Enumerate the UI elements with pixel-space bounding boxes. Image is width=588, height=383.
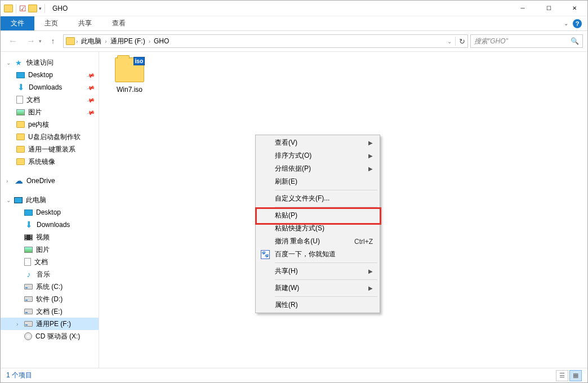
tree-label: 文档 bbox=[34, 257, 48, 267]
tree-onedrive[interactable]: ›☁ OneDrive bbox=[1, 175, 99, 187]
up-button[interactable]: ↑ bbox=[45, 33, 61, 49]
tree-label: 通用PE (F:) bbox=[36, 319, 71, 329]
forward-button[interactable]: → bbox=[23, 33, 39, 49]
tree-item[interactable]: 通用一键重装系 bbox=[1, 143, 99, 155]
tree-item[interactable]: ⬇Downloads📌 bbox=[1, 81, 99, 93]
address-bar[interactable]: › 此电脑 › 通用PE (F:) › GHO ⌄ ↻ bbox=[63, 34, 468, 48]
history-dropdown-icon[interactable]: ▾ bbox=[39, 38, 42, 44]
tree-item[interactable]: 文档📌 bbox=[1, 93, 99, 106]
drive-icon bbox=[24, 321, 33, 327]
titlebar: ☑ ▾ GHO ─ ☐ ✕ bbox=[1, 1, 587, 16]
tree-item[interactable]: ⬇Downloads bbox=[1, 219, 99, 231]
tree-item[interactable]: U盘启动盘制作软 bbox=[1, 131, 99, 143]
context-menu-item[interactable]: 查看(V)▶ bbox=[257, 136, 378, 149]
maximize-button[interactable]: ☐ bbox=[536, 1, 562, 16]
context-menu-label: 新建(W) bbox=[275, 283, 299, 293]
tree-item[interactable]: 图片 bbox=[1, 243, 99, 256]
tree-this-pc[interactable]: ⌄ 此电脑 bbox=[1, 194, 99, 206]
back-button[interactable]: ← bbox=[5, 33, 21, 49]
icons-view-button[interactable]: ▦ bbox=[569, 370, 582, 381]
search-placeholder: 搜索"GHO" bbox=[474, 37, 571, 46]
folder-icon bbox=[16, 146, 25, 153]
minimize-button[interactable]: ─ bbox=[510, 1, 536, 16]
ribbon-expand-icon[interactable]: ⌄ bbox=[564, 20, 568, 26]
context-menu-item[interactable]: 粘贴(P) bbox=[257, 209, 378, 222]
ribbon-tab-view[interactable]: 查看 bbox=[102, 16, 136, 30]
ribbon-file-tab[interactable]: 文件 bbox=[1, 16, 34, 30]
tree-label: OneDrive bbox=[26, 177, 55, 185]
tree-item[interactable]: 视频 bbox=[1, 231, 99, 243]
folder-icon bbox=[16, 133, 25, 140]
folder-icon bbox=[66, 37, 75, 45]
tree-item[interactable]: ›通用PE (F:) bbox=[1, 318, 99, 330]
details-view-button[interactable]: ☰ bbox=[556, 370, 568, 381]
tree-label: CD 驱动器 (X:) bbox=[35, 332, 80, 341]
ribbon: 文件 主页 共享 查看 ⌄ ? bbox=[1, 16, 587, 31]
music-icon: ♪ bbox=[24, 270, 33, 279]
tree-label: 图片 bbox=[36, 245, 50, 255]
tree-item[interactable]: pe内核 bbox=[1, 118, 99, 131]
context-menu-item[interactable]: 共享(H)▶ bbox=[257, 265, 378, 278]
address-row: ← → ▾ ↑ › 此电脑 › 通用PE (F:) › GHO ⌄ ↻ 搜索"G… bbox=[1, 31, 587, 51]
picture-icon bbox=[24, 247, 33, 253]
context-menu-label: 粘贴(P) bbox=[275, 211, 297, 220]
tree-item[interactable]: CD 驱动器 (X:) bbox=[1, 330, 99, 342]
tree-item[interactable]: ♪音乐 bbox=[1, 268, 99, 280]
tree-item[interactable]: 系统镜像 bbox=[1, 155, 99, 168]
star-icon: ★ bbox=[14, 58, 23, 67]
context-menu-item[interactable]: 刷新(E) bbox=[257, 175, 378, 188]
context-menu-item[interactable]: 🐾百度一下，你就知道 bbox=[257, 248, 378, 261]
tree-label: 快速访问 bbox=[26, 58, 54, 68]
ribbon-tab-home[interactable]: 主页 bbox=[34, 16, 68, 30]
tree-label: 软件 (D:) bbox=[36, 295, 63, 304]
tree-item[interactable]: Desktop📌 bbox=[1, 69, 99, 81]
nav-tree[interactable]: ⌄★ 快速访问 Desktop📌⬇Downloads📌文档📌图片📌pe内核U盘启… bbox=[1, 52, 99, 368]
search-input[interactable]: 搜索"GHO" 🔍 bbox=[470, 34, 583, 48]
folder-icon[interactable] bbox=[28, 5, 37, 12]
context-menu-item[interactable]: 排序方式(O)▶ bbox=[257, 149, 378, 162]
context-menu-label: 排序方式(O) bbox=[275, 151, 311, 161]
close-button[interactable]: ✕ bbox=[562, 1, 587, 16]
context-menu-item[interactable]: 新建(W)▶ bbox=[257, 282, 378, 295]
drive-icon bbox=[24, 284, 33, 290]
tree-quick-access[interactable]: ⌄★ 快速访问 bbox=[1, 56, 99, 69]
tree-item[interactable]: 文档 (E:) bbox=[1, 305, 99, 318]
status-bar: 1 个项目 ☰ ▦ bbox=[1, 368, 587, 382]
tree-item[interactable]: 系统 (C:) bbox=[1, 280, 99, 293]
shortcut-label: Ctrl+Z bbox=[354, 238, 373, 246]
context-menu-item[interactable]: 撤消 重命名(U)Ctrl+Z bbox=[257, 235, 378, 248]
tree-label: 此电脑 bbox=[26, 195, 46, 205]
tree-label: pe内核 bbox=[28, 120, 49, 130]
cloud-icon: ☁ bbox=[14, 176, 23, 185]
breadcrumb[interactable]: 此电脑 bbox=[79, 37, 104, 46]
quick-access-checkmark-icon[interactable]: ☑ bbox=[19, 5, 26, 12]
context-menu-item[interactable]: 粘贴快捷方式(S) bbox=[257, 222, 378, 235]
context-menu-label: 刷新(E) bbox=[275, 177, 297, 186]
context-menu-item[interactable]: 分组依据(P)▶ bbox=[257, 162, 378, 175]
desktop-icon bbox=[16, 72, 25, 78]
context-menu: 查看(V)▶排序方式(O)▶分组依据(P)▶刷新(E)自定义文件夹(F)...粘… bbox=[255, 135, 380, 313]
pin-icon: 📌 bbox=[86, 70, 95, 79]
cd-icon bbox=[24, 332, 32, 340]
help-icon[interactable]: ? bbox=[573, 19, 582, 28]
tree-item[interactable]: 软件 (D:) bbox=[1, 293, 99, 305]
document-icon bbox=[24, 258, 31, 266]
tree-label: 系统 (C:) bbox=[36, 282, 63, 292]
breadcrumb[interactable]: 通用PE (F:) bbox=[108, 37, 148, 46]
chevron-down-icon[interactable]: ⌄ bbox=[447, 38, 452, 44]
tree-label: 文档 (E:) bbox=[36, 307, 63, 317]
tree-item[interactable]: Desktop bbox=[1, 206, 99, 219]
context-menu-label: 百度一下，你就知道 bbox=[275, 250, 336, 259]
ribbon-tab-share[interactable]: 共享 bbox=[68, 16, 102, 30]
search-icon: 🔍 bbox=[571, 37, 579, 45]
monitor-icon bbox=[14, 197, 23, 203]
refresh-icon[interactable]: ↻ bbox=[459, 37, 465, 46]
tree-item[interactable]: 文档 bbox=[1, 256, 99, 268]
breadcrumb[interactable]: GHO bbox=[152, 37, 171, 45]
baidu-icon: 🐾 bbox=[261, 250, 270, 259]
tree-label: Desktop bbox=[28, 71, 53, 79]
file-item[interactable]: iso Win7.iso bbox=[107, 57, 152, 93]
tree-item[interactable]: 图片📌 bbox=[1, 106, 99, 118]
context-menu-item[interactable]: 属性(R) bbox=[257, 299, 378, 311]
context-menu-item[interactable]: 自定义文件夹(F)... bbox=[257, 192, 378, 205]
